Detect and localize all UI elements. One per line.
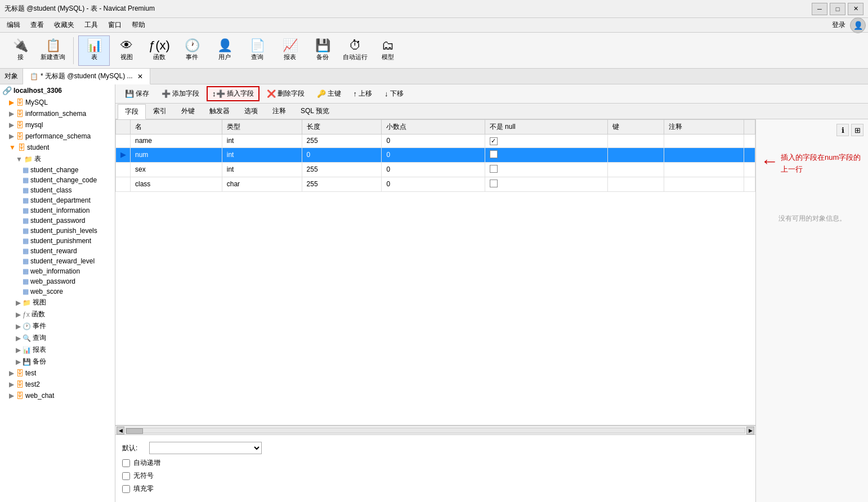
field-name-4[interactable]: class: [131, 177, 222, 191]
scroll-right-btn[interactable]: ▶: [746, 427, 754, 434]
sidebar-item-mysql-db[interactable]: ▶ 🗄 mysql: [0, 119, 115, 131]
sidebar-item-web-chat[interactable]: ▶ 🗄 web_chat: [0, 390, 115, 401]
unsigned-row[interactable]: 无符号: [122, 469, 749, 482]
default-select[interactable]: [149, 442, 262, 454]
sidebar-item-web-score[interactable]: ▦ web_score: [0, 286, 115, 297]
insert-field-button[interactable]: ↕➕ 插入字段: [207, 86, 259, 101]
scroll-thumb[interactable]: [126, 428, 143, 434]
notnull-checkbox-3[interactable]: [490, 165, 498, 173]
sidebar-item-student-change[interactable]: ▦ student_change: [0, 165, 115, 175]
menu-tools[interactable]: 工具: [80, 19, 102, 31]
menu-favorites[interactable]: 收藏夹: [50, 19, 79, 31]
move-up-button[interactable]: ↑ 上移: [348, 87, 378, 101]
tab-options[interactable]: 选项: [237, 104, 265, 119]
tab-triggers[interactable]: 触发器: [202, 104, 237, 119]
sidebar-item-student-punish-levels[interactable]: ▦ student_punish_levels: [0, 226, 115, 236]
field-type-2[interactable]: int: [222, 147, 302, 162]
sidebar-folder-tables[interactable]: ▼ 📁 表: [0, 153, 115, 165]
sidebar-folder-queries[interactable]: ▶ 🔍 查询: [0, 332, 115, 344]
field-notnull-3[interactable]: [485, 162, 607, 177]
field-length-1[interactable]: 255: [302, 135, 382, 148]
field-decimal-3[interactable]: 0: [382, 162, 485, 177]
field-type-4[interactable]: char: [222, 177, 302, 191]
info-icon-btn[interactable]: ℹ: [836, 124, 849, 136]
model-button[interactable]: 🗂 模型: [372, 35, 404, 66]
field-name-1[interactable]: name: [131, 135, 222, 148]
field-notnull-1[interactable]: [485, 135, 607, 148]
auto-run-button[interactable]: ⏱ 自动运行: [339, 35, 371, 66]
view-button[interactable]: 👁 视图: [111, 35, 142, 66]
sidebar-folder-views[interactable]: ▶ 📁 视图: [0, 297, 115, 308]
sidebar-item-test[interactable]: ▶ 🗄 test: [0, 367, 115, 379]
tab-indexes[interactable]: 索引: [146, 104, 174, 119]
sidebar-item-student-change-code[interactable]: ▦ student_change_code: [0, 175, 115, 185]
fill-zero-checkbox[interactable]: [122, 485, 130, 493]
tab-sql-preview[interactable]: SQL 预览: [293, 104, 337, 119]
table-row[interactable]: name int 255 0: [116, 135, 755, 148]
menu-view[interactable]: 查看: [26, 19, 48, 31]
report-button[interactable]: 📈 报表: [274, 35, 306, 66]
notnull-checkbox-4[interactable]: [490, 180, 498, 187]
fill-zero-row[interactable]: 填充零: [122, 482, 749, 495]
notnull-checkbox-1[interactable]: [490, 137, 498, 145]
delete-field-button[interactable]: ❌ 删除字段: [262, 87, 310, 101]
tab-close-icon[interactable]: ✕: [137, 73, 143, 80]
backup-button[interactable]: 💾 备份: [307, 35, 338, 66]
table-row[interactable]: class char 255 0: [116, 177, 755, 191]
sidebar-folder-events[interactable]: ▶ 🕐 事件: [0, 320, 115, 332]
scroll-track[interactable]: [126, 428, 745, 433]
sidebar-item-student[interactable]: ▼ 🗄 student: [0, 142, 115, 153]
connect-button[interactable]: 🔌 接: [5, 35, 36, 66]
table-row[interactable]: sex int 255 0: [116, 162, 755, 177]
sidebar-item-student-class[interactable]: ▦ student_class: [0, 185, 115, 195]
login-label[interactable]: 登录: [832, 20, 845, 30]
sidebar-item-web-password[interactable]: ▦ web_password: [0, 276, 115, 286]
horizontal-scrollbar[interactable]: ◀ ▶: [115, 425, 755, 434]
field-name-3[interactable]: sex: [131, 162, 222, 177]
unsigned-checkbox[interactable]: [122, 472, 130, 480]
user-button[interactable]: 👤 用户: [209, 35, 240, 66]
tab-comments[interactable]: 注释: [265, 104, 293, 119]
sidebar-item-student-password[interactable]: ▦ student_password: [0, 216, 115, 226]
field-notnull-4[interactable]: [485, 177, 607, 191]
field-decimal-2[interactable]: 0: [382, 147, 485, 162]
function-button[interactable]: ƒ(x) 函数: [144, 35, 175, 66]
sidebar-item-student-punishment[interactable]: ▦ student_punishment: [0, 236, 115, 246]
minimize-button[interactable]: ─: [812, 3, 827, 15]
notnull-checkbox-2[interactable]: [490, 150, 498, 158]
grid-icon-btn[interactable]: ⊞: [851, 124, 863, 136]
field-length-4[interactable]: 255: [302, 177, 382, 191]
query-button[interactable]: 📄 查询: [241, 35, 273, 66]
menu-edit[interactable]: 编辑: [2, 19, 25, 31]
field-decimal-4[interactable]: 0: [382, 177, 485, 191]
field-length-3[interactable]: 255: [302, 162, 382, 177]
sidebar-folder-backup[interactable]: ▶ 💾 备份: [0, 356, 115, 367]
table-button[interactable]: 📊 表: [78, 35, 110, 66]
field-name-2[interactable]: num: [131, 147, 222, 162]
add-field-button[interactable]: ➕ 添加字段: [156, 87, 204, 101]
tab-untitled[interactable]: 📋 * 无标题 @student (MySQL) ... ✕: [23, 69, 150, 84]
sidebar-folder-functions[interactable]: ▶ ƒx 函数: [0, 308, 115, 320]
sidebar-item-student-reward[interactable]: ▦ student_reward: [0, 246, 115, 256]
new-query-button[interactable]: 📋 新建查询: [37, 35, 69, 66]
menu-help[interactable]: 帮助: [127, 19, 150, 31]
sidebar-item-web-information[interactable]: ▦ web_information: [0, 266, 115, 276]
sidebar-item-student-reward-level[interactable]: ▦ student_reward_level: [0, 256, 115, 266]
sidebar-item-performance-schema[interactable]: ▶ 🗄 performance_schema: [0, 131, 115, 142]
move-down-button[interactable]: ↓ 下移: [379, 87, 409, 101]
primary-key-button[interactable]: 🔑 主键: [312, 87, 346, 101]
close-button[interactable]: ✕: [848, 3, 863, 15]
sidebar-item-mysql[interactable]: ▶ 🗄 MySQL: [0, 97, 115, 108]
menu-window[interactable]: 窗口: [104, 19, 126, 31]
field-type-1[interactable]: int: [222, 135, 302, 148]
table-row[interactable]: ▶ num int 0 0: [116, 147, 755, 162]
field-decimal-1[interactable]: 0: [382, 135, 485, 148]
tab-foreign-keys[interactable]: 外键: [174, 104, 202, 119]
sidebar-folder-reports[interactable]: ▶ 📊 报表: [0, 344, 115, 356]
scroll-left-btn[interactable]: ◀: [117, 427, 124, 434]
sidebar-item-test2[interactable]: ▶ 🗄 test2: [0, 379, 115, 390]
field-notnull-2[interactable]: [485, 147, 607, 162]
event-button[interactable]: 🕐 事件: [176, 35, 208, 66]
maximize-button[interactable]: □: [830, 3, 845, 15]
auto-increment-row[interactable]: 自动递增: [122, 456, 749, 469]
